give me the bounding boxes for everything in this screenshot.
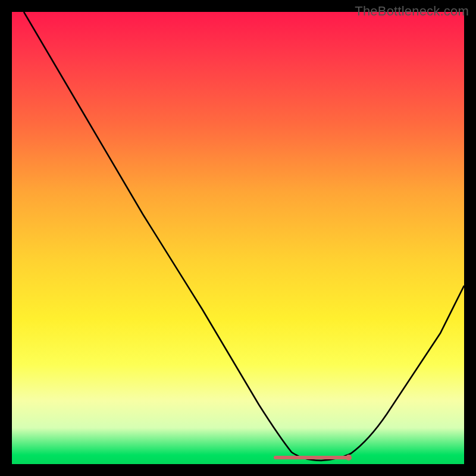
watermark-text: TheBottleneck.com — [355, 4, 469, 19]
optimal-point-marker — [346, 455, 352, 461]
curve-path — [24, 12, 464, 461]
plot-area — [12, 12, 464, 464]
optimal-range-marker — [274, 456, 349, 459]
bottleneck-curve — [12, 12, 464, 464]
chart-frame: TheBottleneck.com — [0, 0, 476, 476]
